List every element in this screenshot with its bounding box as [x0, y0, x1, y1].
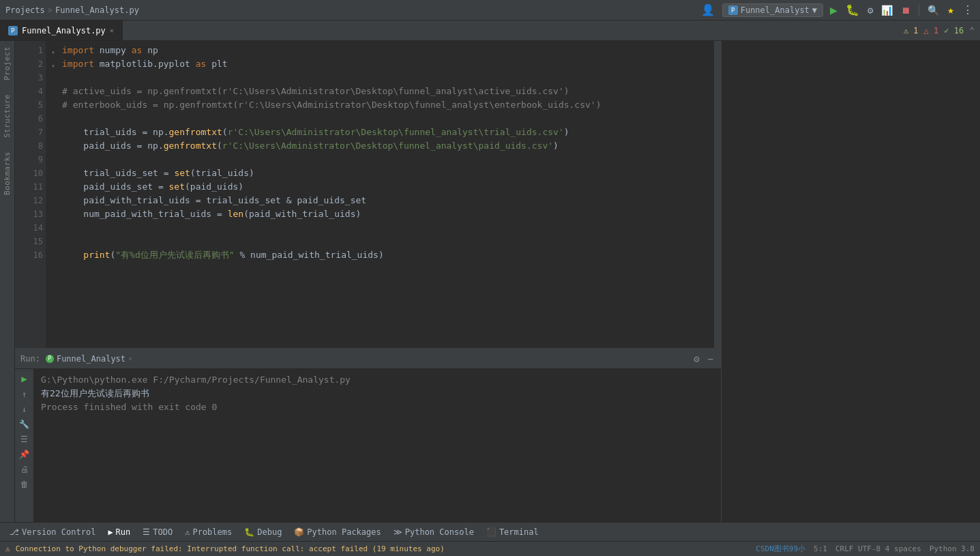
run-button[interactable]: ▶: [829, 1, 839, 18]
coverage-button[interactable]: 📊: [880, 3, 894, 17]
tab-close-button[interactable]: ✕: [110, 27, 114, 34]
token-op: (: [243, 207, 249, 221]
bottom-tab-version-control[interactable]: ⎇Version Control: [4, 526, 101, 538]
run-scroll-up-button[interactable]: ↑: [20, 388, 28, 400]
run-panel-header: Run: P Funnel_Analyst ✕ ⚙ −: [15, 349, 721, 369]
bottom-tab-problems[interactable]: ⚠Problems: [179, 526, 237, 538]
tab-label: Python Console: [405, 527, 474, 537]
file-tab-funnel-analyst[interactable]: P Funnel_Analyst.py ✕: [0, 20, 123, 40]
fold-icon-1[interactable]: ▾: [51, 46, 61, 55]
tab-icon: 📦: [294, 527, 304, 537]
bottom-tab-debug[interactable]: 🐛Debug: [239, 526, 287, 538]
code-line-3: [51, 71, 709, 85]
build-button[interactable]: ⚙: [866, 3, 874, 17]
tab-bar: P Funnel_Analyst.py ✕ ⚠ 1 △ 1 ✓ 16 ⌃: [0, 20, 980, 41]
tab-icon: ☰: [143, 527, 150, 537]
tab-icon: 🐛: [244, 527, 254, 537]
bottom-toolbar: ⎇Version Control▶Run☰TODO⚠Problems🐛Debug…: [0, 522, 980, 541]
profile-button[interactable]: 👤: [699, 1, 717, 18]
tab-icon: ≫: [394, 527, 402, 537]
token-op: (: [185, 180, 190, 194]
bottom-tab-run[interactable]: ▶Run: [102, 526, 136, 538]
warning-count: ⚠ 1: [904, 26, 919, 35]
python-icon: P: [728, 5, 738, 15]
run-delete-button[interactable]: 🗑: [19, 478, 30, 491]
token-op: ): [356, 207, 361, 221]
more-button[interactable]: ⋮: [961, 2, 975, 18]
line-number-14: 14: [20, 221, 43, 235]
run-align-button[interactable]: ☰: [19, 433, 29, 445]
run-wrench-button[interactable]: 🔧: [18, 418, 31, 430]
notification-button[interactable]: ★: [946, 2, 955, 18]
bottom-tab-todo[interactable]: ☰TODO: [137, 526, 178, 538]
stop-button[interactable]: ⏹: [900, 3, 912, 17]
run-config-selector[interactable]: P Funnel_Analyst ▼: [722, 3, 823, 17]
token-mod: plt: [206, 57, 227, 71]
code-editor[interactable]: ▾import numpy as np▾import matplotlib.py…: [46, 41, 714, 348]
bottom-tab-python-console[interactable]: ≫Python Console: [388, 526, 479, 538]
editor-area: 12345678910111213141516 ▾import numpy as…: [15, 41, 721, 348]
main-area: Project Structure Bookmarks 123456789101…: [0, 41, 980, 522]
token-mod: numpy: [94, 44, 132, 57]
right-scrollbar[interactable]: [714, 41, 721, 348]
search-button[interactable]: 🔍: [926, 3, 940, 17]
line-number-8: 8: [20, 139, 43, 153]
token-op: =: [132, 139, 147, 153]
bottom-tab-terminal[interactable]: ⬛Terminal: [481, 526, 544, 538]
sidebar-label-structure[interactable]: Structure: [3, 94, 12, 138]
line-number-3: 3: [20, 71, 43, 85]
title-bar: Projects > Funnel_Analyst.py 👤 P Funnel_…: [0, 0, 980, 20]
expand-icon[interactable]: ⌃: [969, 25, 975, 35]
run-tab-close[interactable]: ✕: [128, 355, 132, 362]
token-op: ): [553, 139, 559, 153]
token-op: (: [190, 166, 196, 180]
status-bar-right: CSDN图书99小 5:1 CRLF UTF-8 4 spaces Python…: [756, 544, 975, 554]
token-var: paid_uids_set: [62, 180, 153, 194]
token-mod: np: [147, 139, 158, 153]
run-output-line: Process finished with exit code 0: [41, 400, 714, 414]
token-str: "有%d位用户先试读后再购书": [115, 248, 234, 262]
left-panel-labels: Project Structure Bookmarks: [0, 41, 15, 522]
run-again-button[interactable]: ▶: [20, 372, 28, 385]
status-warning-text: Connection to Python debugger failed: In…: [16, 544, 445, 553]
breadcrumb[interactable]: Projects > Funnel_Analyst.py: [5, 5, 139, 15]
bottom-tab-python-packages[interactable]: 📦Python Packages: [288, 526, 386, 538]
line-number-12: 12: [20, 194, 43, 207]
tab-icon: ⚠: [185, 527, 190, 537]
token-func: genfromtxt: [164, 139, 217, 153]
debug-button[interactable]: 🐛: [844, 2, 861, 18]
tab-label: Run: [116, 527, 131, 537]
breadcrumb-file: Funnel_Analyst.py: [55, 5, 139, 15]
tab-label: Python Packages: [307, 527, 381, 537]
token-mod: np: [153, 126, 164, 139]
sidebar-label-project[interactable]: Project: [3, 46, 12, 81]
sidebar-label-bookmarks[interactable]: Bookmarks: [3, 151, 12, 195]
token-op: (: [217, 139, 222, 153]
status-position: 5:1: [814, 544, 827, 553]
token-var: paid_uids: [62, 139, 132, 153]
status-python: Python 3.8: [930, 544, 975, 553]
run-scroll-down-button[interactable]: ↓: [20, 403, 28, 415]
line-numbers: 12345678910111213141516: [15, 41, 46, 348]
token-op: =: [137, 126, 153, 139]
run-pin-button[interactable]: 📌: [18, 448, 31, 460]
line-number-15: 15: [20, 235, 43, 248]
token-var: trial_uids_set: [206, 194, 281, 207]
run-tab-funnel-analyst[interactable]: P Funnel_Analyst ✕: [46, 354, 132, 364]
code-line-9: [51, 153, 709, 166]
token-mod: matplotlib.pyplot: [94, 57, 196, 71]
line-number-5: 5: [20, 98, 43, 112]
run-output: G:\Python\python.exe F:/Pycharm/Projects…: [34, 369, 721, 522]
breadcrumb-projects[interactable]: Projects: [5, 5, 45, 15]
run-print-button[interactable]: 🖨: [19, 463, 30, 475]
fold-icon-2[interactable]: ▾: [51, 59, 61, 69]
line-number-6: 6: [20, 112, 43, 126]
run-minimize-button[interactable]: −: [706, 351, 715, 366]
tab-label: Terminal: [499, 527, 539, 537]
token-kw: as: [132, 44, 143, 57]
run-left-toolbar: ▶ ↑ ↓ 🔧 ☰ 📌 🖨 🗑: [15, 369, 34, 522]
run-settings-button[interactable]: ⚙: [692, 351, 701, 366]
status-brand: CSDN图书99小: [756, 544, 805, 554]
tab-label: Version Control: [22, 527, 95, 537]
token-var: num_paid_with_trial_uids: [62, 207, 211, 221]
